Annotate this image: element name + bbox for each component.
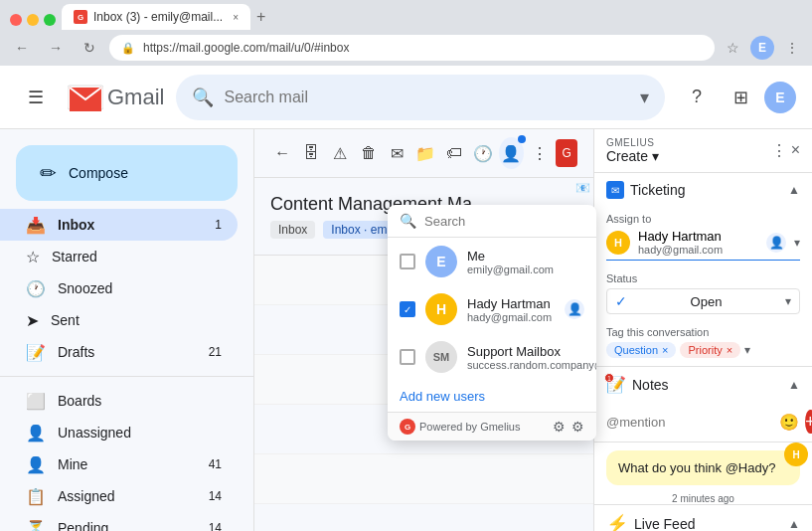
tab-close[interactable]: × <box>233 12 239 23</box>
mine-count: 41 <box>209 457 222 471</box>
ticketing-section: ✉ Ticketing ▲ Assign to H Hady Hartman h… <box>594 173 812 367</box>
browser-tab[interactable]: G Inbox (3) - emily@mail... × <box>62 4 250 30</box>
assignee-name: Hady Hartman <box>638 229 723 244</box>
more-options-button[interactable]: ⋮ <box>528 137 553 169</box>
gmail-logo-icon <box>68 84 103 111</box>
sidebar-item-inbox[interactable]: 📥 Inbox 1 <box>0 209 238 241</box>
add-new-users-link[interactable]: Add new users <box>388 381 596 412</box>
notes-header[interactable]: 📝 1 Notes ▲ <box>594 367 812 402</box>
search-dropdown-icon[interactable]: ▾ <box>640 87 649 108</box>
tag-priority[interactable]: Priority × <box>680 342 740 358</box>
report-spam-button[interactable]: ⚠ <box>327 137 352 169</box>
refresh-button[interactable]: ↻ <box>76 34 103 62</box>
create-label: Create <box>606 148 648 164</box>
ticketing-header[interactable]: ✉ Ticketing ▲ <box>594 173 812 207</box>
search-input[interactable] <box>224 88 630 106</box>
tags-row: Question × Priority × ▾ <box>606 342 800 358</box>
apps-button[interactable]: ⊞ <box>721 78 760 117</box>
create-dropdown[interactable]: Create ▾ <box>606 148 659 164</box>
footer-settings-icon-2[interactable]: ⚙ <box>571 419 584 435</box>
assignee-avatar: H <box>606 231 630 255</box>
window-controls <box>10 14 56 30</box>
gmail-logo-text: Gmail <box>107 85 164 110</box>
hamburger-menu[interactable]: ☰ <box>16 78 56 117</box>
sidebar-item-pending[interactable]: ⏳ Pending 14 <box>0 512 238 531</box>
forward-button[interactable]: → <box>42 34 70 62</box>
search-bar[interactable]: 🔍 ▾ <box>176 75 665 120</box>
ticketing-icon: ✉ <box>606 181 624 199</box>
sidebar-item-unassigned[interactable]: 👤 Unassigned <box>0 417 238 448</box>
back-to-list-button[interactable]: ← <box>270 137 295 169</box>
compose-button[interactable]: ✏ Compose <box>16 145 238 201</box>
profile-button[interactable]: E <box>750 36 774 60</box>
help-button[interactable]: ? <box>677 78 717 117</box>
assign-dropdown-icon[interactable]: ▾ <box>794 236 800 250</box>
panel-more-icon[interactable]: ⋮ <box>771 141 787 160</box>
move-to-button[interactable]: 📁 <box>413 137 438 169</box>
archive-button[interactable]: 🗄 <box>299 137 324 169</box>
sidebar-item-mine[interactable]: 👤 Mine 41 <box>0 448 238 480</box>
delete-button[interactable]: 🗑 <box>356 137 381 169</box>
address-bar-row: ← → ↻ 🔒 https://mail.google.com/mail/u/0… <box>0 30 812 66</box>
popup-checkbox-me[interactable] <box>400 254 415 269</box>
dot-yellow[interactable] <box>27 14 39 26</box>
tag-question-close[interactable]: × <box>662 344 668 356</box>
assign-person-icon[interactable]: 👤 <box>766 233 786 253</box>
sidebar-label-boards: Boards <box>58 393 222 409</box>
sidebar-item-starred[interactable]: ☆ Starred <box>0 241 238 272</box>
star-button[interactable]: ☆ <box>721 36 744 60</box>
add-note-button[interactable]: + <box>805 410 812 434</box>
sidebar-icon-1[interactable]: 📧 <box>575 181 591 197</box>
notes-input[interactable] <box>606 415 773 430</box>
label-button[interactable]: 🏷 <box>441 137 466 169</box>
popup-checkbox-hady[interactable]: ✓ <box>400 301 415 317</box>
snooze-button[interactable]: 🕐 <box>470 137 495 169</box>
status-row[interactable]: ✓ Open ▾ <box>606 288 800 314</box>
sidebar-label-assigned: Assigned <box>58 488 197 504</box>
popup-info-support: Support Mailbox success.random.company@.… <box>467 344 596 371</box>
ticketing-title-row: ✉ Ticketing <box>606 181 686 199</box>
back-button[interactable]: ← <box>8 34 36 62</box>
inbox-icon: 📥 <box>26 216 46 235</box>
popup-search-input[interactable] <box>424 214 591 229</box>
address-bar[interactable]: 🔒 https://mail.google.com/mail/u/0/#inbo… <box>109 35 715 61</box>
sidebar-item-drafts[interactable]: 📝 Drafts 21 <box>0 336 238 368</box>
live-feed-icon: ⚡ <box>606 513 628 531</box>
status-dropdown-icon[interactable]: ▾ <box>785 294 791 308</box>
live-feed-header[interactable]: ⚡ Live Feed ▲ <box>594 505 812 531</box>
panel-close-icon[interactable]: × <box>791 141 800 160</box>
sidebar-item-snoozed[interactable]: 🕐 Snoozed <box>0 272 238 304</box>
popup-user-support[interactable]: SM Support Mailbox success.random.compan… <box>388 333 596 381</box>
assignee-info: Hady Hartman hady@gmail.com <box>638 229 723 256</box>
emoji-button[interactable]: 🙂 <box>779 410 799 434</box>
member-popup: 🔍 E Me emily@gmail.com ✓ H Hady Hartman … <box>388 205 596 441</box>
address-url: https://mail.google.com/mail/u/0/#inbox <box>143 41 349 55</box>
tags-dropdown-icon[interactable]: ▾ <box>744 343 750 357</box>
notes-title-row: 📝 1 Notes <box>606 375 669 394</box>
add-member-button[interactable]: 👤 <box>499 137 524 169</box>
browser-more-button[interactable]: ⋮ <box>780 36 804 60</box>
gmail-logo: Gmail <box>68 84 164 111</box>
sidebar-label-snoozed: Snoozed <box>58 280 222 296</box>
user-avatar[interactable]: E <box>764 82 796 113</box>
assignee-email: hady@gmail.com <box>638 244 723 256</box>
popup-checkbox-support[interactable] <box>400 349 415 365</box>
dot-green[interactable] <box>44 14 56 26</box>
footer-settings-icon-1[interactable]: ⚙ <box>553 419 566 435</box>
tag-inbox: Inbox <box>270 221 315 239</box>
new-tab-button[interactable]: + <box>256 8 265 30</box>
sidebar-item-boards[interactable]: ⬜ Boards <box>0 385 238 417</box>
mark-unread-button[interactable]: ✉ <box>385 137 409 169</box>
popup-user-hady[interactable]: ✓ H Hady Hartman hady@gmail.com 👤 <box>388 285 596 333</box>
tag-priority-close[interactable]: × <box>727 344 732 356</box>
popup-user-me[interactable]: E Me emily@gmail.com <box>388 238 596 285</box>
unassigned-icon: 👤 <box>26 424 46 442</box>
dot-red[interactable] <box>10 14 22 26</box>
gmelius-toolbar-icon[interactable]: G <box>556 139 577 167</box>
sidebar-label-sent: Sent <box>51 312 222 328</box>
sidebar: ✏ Compose 📥 Inbox 1 ☆ Starred 🕐 Snoozed … <box>0 129 254 531</box>
sidebar-item-assigned[interactable]: 📋 Assigned 14 <box>0 480 238 512</box>
popup-person-add-icon[interactable]: 👤 <box>565 299 584 319</box>
sidebar-item-sent[interactable]: ➤ Sent <box>0 304 238 336</box>
tag-question[interactable]: Question × <box>606 342 676 358</box>
